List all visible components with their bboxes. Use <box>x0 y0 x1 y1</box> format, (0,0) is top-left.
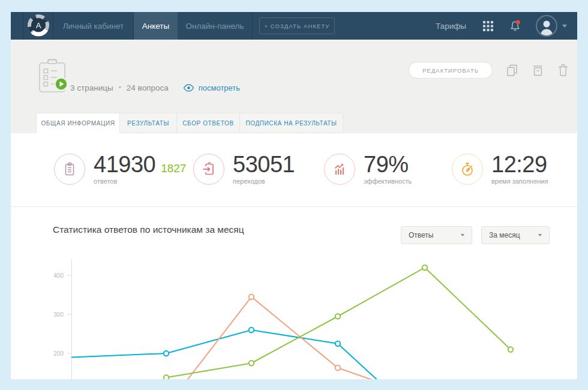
stopwatch-icon <box>452 154 483 185</box>
preview-label: посмотреть <box>199 83 240 92</box>
efficiency-label: эффективность <box>364 178 412 185</box>
chart-point-green[interactable] <box>249 361 254 365</box>
nav-item-personal-cabinet[interactable]: Личный кабинет <box>53 12 133 40</box>
person-icon <box>537 17 556 35</box>
sources-line-chart: 200300400 <box>11 252 577 379</box>
survey-meta: 3 страницы • 24 вопроса посмотреть <box>70 82 240 94</box>
transitions-count: 53051 <box>233 154 295 175</box>
survey-header: 3 страницы • 24 вопроса посмотреть РЕДАК… <box>11 40 577 133</box>
period-filter-value: За месяц <box>489 231 520 239</box>
stat-fill-time: 12:29 время заполнения <box>452 154 548 185</box>
nav-item-surveys[interactable]: Анкеты <box>134 12 178 40</box>
survey-clipboard-icon <box>37 58 68 97</box>
tab-collect-answers[interactable]: СБОР ОТВЕТОВ <box>177 113 240 133</box>
archive-icon[interactable] <box>532 64 544 77</box>
chart-title: Статистика ответов по источникам за меся… <box>53 224 244 235</box>
user-menu-chevron-down-icon[interactable] <box>562 25 567 28</box>
chart-point-green[interactable] <box>508 347 513 352</box>
chart-point-orange[interactable] <box>249 295 254 299</box>
chevron-down-icon <box>538 234 542 236</box>
tab-general-info[interactable]: ОБЩАЯ ИНФОРМАЦИЯ <box>36 113 120 133</box>
chart-point-blue[interactable] <box>335 341 340 346</box>
top-navbar: A Личный кабинет Анкеты Онлайн-панель + … <box>11 12 577 40</box>
logo-icon: A <box>26 13 51 38</box>
answers-delta: 1827 <box>161 162 186 175</box>
chart-panel: Статистика ответов по источникам за меся… <box>11 207 577 379</box>
metric-filter-value: Ответы <box>409 231 433 239</box>
user-avatar[interactable] <box>536 15 557 37</box>
chart-point-blue[interactable] <box>164 351 169 356</box>
clipboard-arrow-icon <box>193 154 224 185</box>
chevron-down-icon <box>461 234 464 236</box>
nav-item-online-panel[interactable]: Онлайн-панель <box>178 12 252 40</box>
survey-actions: РЕДАКТИРОВАТЬ <box>409 62 569 79</box>
tab-results-subscription[interactable]: ПОДПИСКА НА РЕЗУЛЬТАТЫ <box>240 113 343 133</box>
apps-grid-icon[interactable] <box>483 21 493 31</box>
stat-transitions: 53051 переходов <box>193 154 295 185</box>
chart-line-blue <box>71 330 425 379</box>
edit-button[interactable]: РЕДАКТИРОВАТЬ <box>409 62 493 79</box>
period-filter-dropdown[interactable]: За месяц <box>481 226 550 244</box>
y-axis-tick-label: 400 <box>53 272 64 279</box>
tab-results[interactable]: РЕЗУЛЬТАТЫ <box>120 113 177 133</box>
chart-point-orange[interactable] <box>335 365 340 370</box>
tariffs-link[interactable]: Тарифы <box>436 22 466 31</box>
create-survey-button[interactable]: + СОЗДАТЬ АНКЕТУ <box>259 17 335 34</box>
questions-count: 24 вопроса <box>127 83 169 92</box>
notifications-bell-icon[interactable] <box>509 20 521 32</box>
stats-panel: 41930 1827 ответов 53051 переходов <box>11 133 577 207</box>
preview-link[interactable]: посмотреть <box>183 83 240 92</box>
answers-label: ответов <box>94 178 186 185</box>
chart-point-blue[interactable] <box>249 328 254 332</box>
answers-count: 41930 <box>94 154 155 175</box>
section-tabs: ОБЩАЯ ИНФОРМАЦИЯ РЕЗУЛЬТАТЫ СБОР ОТВЕТОВ… <box>36 113 343 133</box>
chart-line-orange <box>166 297 425 379</box>
pages-count: 3 страницы <box>70 83 113 92</box>
nav-separator <box>252 12 253 40</box>
chart-line-green <box>166 268 511 377</box>
chart-point-green[interactable] <box>422 265 427 270</box>
app-logo[interactable]: A <box>23 12 53 40</box>
unread-badge <box>516 20 520 24</box>
metric-filter-dropdown[interactable]: Ответы <box>401 226 472 244</box>
clipboard-list-icon <box>54 154 85 185</box>
duplicate-icon[interactable] <box>506 64 518 77</box>
chart-bars-icon <box>324 154 355 185</box>
chart-point-green[interactable] <box>164 375 169 379</box>
navbar-right: Тарифы <box>436 12 577 40</box>
stat-efficiency: 79% эффективность <box>324 154 412 185</box>
app-window: A Личный кабинет Анкеты Онлайн-панель + … <box>11 12 577 379</box>
meta-dot: • <box>119 83 121 92</box>
eye-icon <box>183 84 194 92</box>
svg-text:A: A <box>35 21 41 30</box>
transitions-label: переходов <box>233 178 295 185</box>
fill-time-label: время заполнения <box>491 178 548 185</box>
delete-trash-icon[interactable] <box>557 64 569 77</box>
y-axis-tick-label: 300 <box>53 311 64 318</box>
navbar-edge <box>11 12 23 40</box>
efficiency-value: 79% <box>364 154 409 175</box>
chart-point-green[interactable] <box>335 314 340 319</box>
stat-answers: 41930 1827 ответов <box>54 154 186 185</box>
fill-time-value: 12:29 <box>491 154 547 175</box>
y-axis-tick-label: 200 <box>53 350 64 357</box>
